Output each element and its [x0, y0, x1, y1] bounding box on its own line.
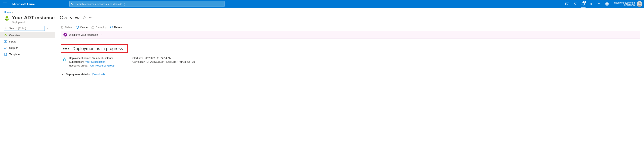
info-right-col: Start time: 6/2/2021, 11:24:14 AM Correl… [132, 57, 195, 67]
notification-underline [581, 7, 586, 8]
page-title-line: Your-ADT-instance | Overview [12, 15, 93, 20]
main-layout: « Overview Inputs Outputs Template [0, 26, 644, 76]
svg-line-17 [76, 26, 78, 28]
global-search[interactable] [70, 1, 224, 7]
title-separator: | [56, 15, 58, 20]
resource-group-link[interactable]: Your-Resource-Group [89, 64, 114, 67]
sidebar-item-label: Overview [9, 34, 20, 37]
arrow-right-icon: → [100, 33, 102, 36]
sidebar-search[interactable] [4, 26, 45, 31]
overview-icon [4, 33, 7, 37]
cancel-button[interactable]: Cancel [76, 26, 88, 29]
svg-line-13 [7, 29, 8, 29]
progress-icon [63, 48, 69, 49]
notification-badge: 1 [583, 1, 586, 3]
info-label: Resource group: [69, 64, 88, 67]
page-section: Overview [60, 15, 80, 20]
search-icon [5, 27, 8, 29]
refresh-button[interactable]: Refresh [110, 26, 123, 29]
delete-button[interactable]: Delete [61, 26, 72, 29]
svg-rect-18 [92, 27, 94, 28]
service-icon [62, 57, 67, 61]
notifications-button[interactable]: 1 [579, 0, 587, 8]
start-time-value: 6/2/2021, 11:24:14 AM [146, 57, 172, 60]
svg-point-3 [590, 3, 592, 4]
svg-point-21 [65, 59, 66, 61]
svg-point-20 [63, 59, 64, 61]
sidebar-collapse-button[interactable]: « [46, 26, 49, 30]
settings-button[interactable] [587, 0, 595, 8]
svg-point-15 [6, 47, 7, 47]
filter-icon [574, 2, 577, 5]
sidebar-menu: Overview Inputs Outputs Template [0, 32, 55, 57]
directory-filter-button[interactable] [571, 0, 579, 8]
page-title-block: Your-ADT-instance | Overview Deployment [12, 15, 93, 24]
button-label: Refresh [114, 26, 123, 29]
rocket-icon [64, 33, 66, 36]
sidebar: « Overview Inputs Outputs Template [4, 26, 55, 76]
pin-button[interactable] [82, 15, 86, 20]
avatar [637, 1, 642, 7]
menu-toggle-button[interactable] [0, 0, 10, 8]
hamburger-icon [3, 2, 6, 5]
sidebar-item-template[interactable]: Template [0, 51, 55, 57]
button-label: Redeploy [96, 26, 106, 29]
brand-label[interactable]: Microsoft Azure [10, 2, 38, 6]
button-label: Delete [65, 26, 72, 29]
sidebar-item-label: Inputs [9, 40, 16, 43]
start-time-row: Start time: 6/2/2021, 11:24:14 AM [132, 57, 195, 60]
svg-point-7 [608, 3, 608, 4]
user-org: CONTOSO [614, 4, 635, 6]
cancel-icon [76, 26, 79, 29]
avatar-icon [637, 1, 642, 7]
sidebar-item-outputs[interactable]: Outputs [0, 45, 55, 51]
global-search-input[interactable] [76, 2, 223, 5]
topbar-icons: 1 [563, 0, 611, 8]
page-header: Your-ADT-instance | Overview Deployment [0, 15, 644, 26]
info-left-col: Deployment name: Your-ADT-instance Subsc… [69, 57, 114, 67]
sidebar-search-input[interactable] [9, 27, 43, 30]
resource-group-row: Resource group: Your-Resource-Group [69, 64, 114, 67]
global-search-wrap [70, 1, 224, 7]
deployment-details-toggle[interactable]: Deployment details (Download) [61, 73, 640, 76]
redeploy-icon [91, 26, 94, 29]
feedback-button[interactable] [603, 0, 611, 8]
feedback-banner[interactable]: We'd love your feedback! → [61, 31, 640, 39]
refresh-icon [110, 26, 113, 29]
svg-rect-2 [566, 3, 569, 5]
smile-icon [605, 2, 609, 6]
subscription-link[interactable]: Your-Subscription [85, 60, 106, 63]
cloud-shell-button[interactable] [563, 0, 571, 8]
help-icon [598, 2, 601, 5]
sidebar-search-row: « [4, 26, 55, 31]
sidebar-item-overview[interactable]: Overview [0, 32, 55, 38]
pin-icon [82, 16, 86, 19]
topbar-left: Microsoft Azure [0, 0, 38, 8]
redeploy-button[interactable]: Redeploy [91, 26, 106, 29]
svg-point-10 [90, 17, 91, 18]
search-icon [71, 2, 74, 5]
details-label: Deployment details [66, 73, 90, 76]
deployment-info: Deployment name: Your-ADT-instance Subsc… [61, 57, 640, 67]
svg-point-6 [606, 3, 607, 4]
deployment-icon [4, 16, 10, 22]
svg-point-12 [6, 27, 7, 29]
content-area: Delete Cancel Redeploy Refresh We'd love… [55, 26, 644, 76]
svg-point-11 [92, 17, 92, 18]
breadcrumb-home[interactable]: Home [4, 11, 11, 14]
user-account-button[interactable]: user@contoso.com CONTOSO [611, 1, 644, 7]
deployment-status: Deployment is in progress Deployment nam… [61, 44, 640, 76]
svg-point-9 [89, 17, 90, 18]
command-bar: Delete Cancel Redeploy Refresh [61, 26, 640, 31]
download-link[interactable]: (Download) [92, 73, 104, 76]
more-button[interactable] [88, 16, 93, 19]
info-label: Correlation ID: [132, 60, 149, 63]
template-icon [4, 53, 7, 56]
sidebar-item-inputs[interactable]: Inputs [0, 38, 55, 45]
deployment-name-row: Deployment name: Your-ADT-instance [69, 57, 114, 60]
user-email: user@contoso.com [614, 1, 635, 4]
feedback-text: We'd love your feedback! [69, 33, 98, 36]
deployment-name-value: Your-ADT-instance [92, 57, 114, 60]
info-label: Deployment name: [69, 57, 91, 60]
help-button[interactable] [595, 0, 603, 8]
